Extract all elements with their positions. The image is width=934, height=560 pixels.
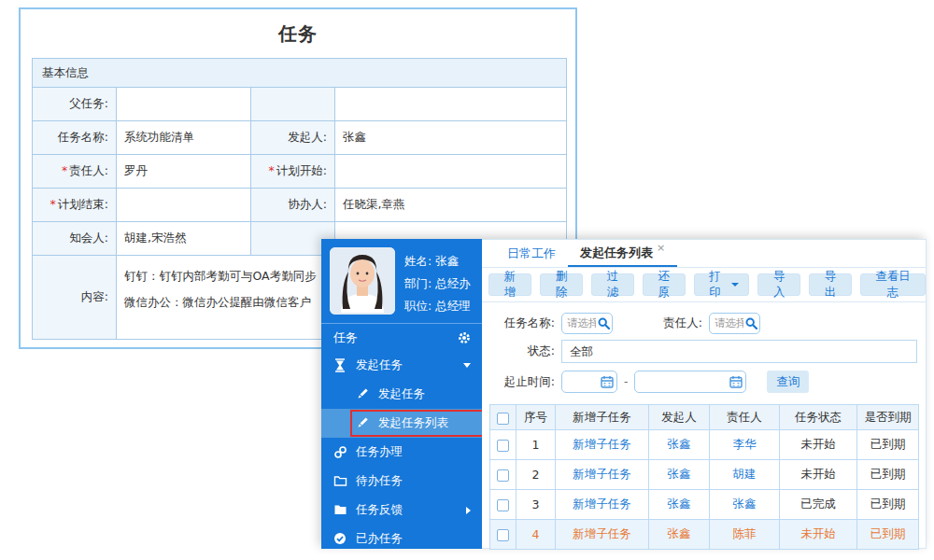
form-row-parent-task: 父任务: <box>33 88 567 121</box>
task-name-value[interactable]: 系统功能清单 <box>117 121 251 155</box>
calendar-icon[interactable] <box>601 375 614 388</box>
search-icon[interactable] <box>598 317 610 329</box>
filter-row-name-owner: 任务名称: 责任人: <box>482 309 926 337</box>
sidebar-item-label: 发起任务列表 <box>378 415 448 431</box>
parent-task-label: 父任务: <box>33 88 117 121</box>
co-organizer-value[interactable]: 任晓渠,章燕 <box>335 189 567 222</box>
filter-button[interactable]: 过滤 <box>591 273 634 296</box>
status-select[interactable]: 全部 <box>561 340 917 363</box>
sidebar-item-label: 发起任务 <box>378 386 425 402</box>
column-header-due: 是否到期 <box>857 405 919 430</box>
form-title: 任务 <box>21 21 575 47</box>
sidebar-item-initiate-task[interactable]: 发起任务 <box>321 380 482 409</box>
close-icon[interactable]: × <box>657 242 665 254</box>
import-button[interactable]: 导入 <box>757 273 800 296</box>
owner-link[interactable]: 张鑫 <box>710 490 780 520</box>
initiator-link[interactable]: 张鑫 <box>649 460 710 490</box>
column-header-owner: 责任人 <box>710 405 780 430</box>
end-date-field <box>634 371 746 393</box>
parent-task-value[interactable] <box>117 88 251 121</box>
cell-status: 未开始 <box>780 520 857 550</box>
sidebar-item-completed-tasks[interactable]: 已办任务 <box>321 525 482 553</box>
tab-label: 发起任务列表 <box>580 245 653 261</box>
header-checkbox-cell <box>490 405 517 430</box>
filter-row-status: 状态: 全部 <box>482 337 926 365</box>
avatar-illustration <box>330 247 395 315</box>
row-checkbox[interactable] <box>497 440 509 452</box>
restore-button[interactable]: 还原 <box>643 273 686 296</box>
profile-department: 部门: 总经办 <box>404 273 471 295</box>
sidebar-item-label: 任务办理 <box>356 444 403 460</box>
add-button[interactable]: 新增 <box>488 273 531 296</box>
user-avatar <box>330 247 395 315</box>
cell-due: 已到期 <box>857 460 919 490</box>
view-log-button[interactable]: 查看日志 <box>860 273 926 296</box>
task-name-filter-label: 任务名称: <box>482 315 555 331</box>
plan-end-value[interactable] <box>117 189 251 222</box>
sidebar-item-initiate-task-list[interactable]: 发起任务列表 <box>321 409 482 438</box>
chain-icon <box>333 445 347 459</box>
start-date-field <box>561 371 617 393</box>
row-checkbox[interactable] <box>497 499 509 511</box>
column-header-no: 序号 <box>517 405 556 430</box>
task-table: 序号 新增子任务 发起人 责任人 任务状态 是否到期 1 新增子任务 张鑫 李华… <box>489 404 919 550</box>
add-child-task-link[interactable]: 新增子任务 <box>556 490 649 520</box>
sidebar-item-initiate-task-group[interactable]: 发起任务 <box>321 351 482 380</box>
owner-link[interactable]: 胡建 <box>710 460 780 490</box>
sidebar-item-label: 发起任务 <box>356 357 403 373</box>
form-row-plan-end: *计划结束: 协办人: 任晓渠,章燕 <box>33 189 567 222</box>
gear-icon[interactable] <box>458 331 471 344</box>
toolbar: 新增 删除 过滤 还原 打印 导入 导出 查看日志 <box>482 268 926 302</box>
sidebar-item-task-handling[interactable]: 任务办理 <box>321 438 482 467</box>
export-button[interactable]: 导出 <box>809 273 852 296</box>
select-all-checkbox[interactable] <box>497 413 509 425</box>
sidebar-item-label: 待办任务 <box>356 473 403 489</box>
required-marker: * <box>50 197 56 211</box>
cell-due: 已到期 <box>857 430 919 460</box>
chevron-down-icon <box>463 363 471 368</box>
owner-value[interactable]: 罗丹 <box>117 155 251 189</box>
informed-value[interactable]: 胡建,宋浩然 <box>117 222 251 256</box>
profile-position: 职位: 总经理 <box>404 295 471 317</box>
cell-no: 2 <box>517 460 556 490</box>
screen: 任务 基本信息 父任务: 任务名称: 系统功能清单 发起人: 张鑫 *责任人: … <box>0 0 934 560</box>
calendar-icon[interactable] <box>729 375 743 388</box>
empty-label <box>251 88 335 121</box>
initiator-link[interactable]: 张鑫 <box>649 520 710 550</box>
owner-link[interactable]: 陈菲 <box>710 520 780 550</box>
initiator-link[interactable]: 张鑫 <box>649 430 710 460</box>
row-checkbox[interactable] <box>497 529 509 541</box>
column-header-add-child: 新增子任务 <box>556 405 649 430</box>
search-button[interactable]: 查询 <box>767 371 809 393</box>
empty-value <box>335 88 567 121</box>
filter-row-date-range: 起止时间: - <box>482 368 926 396</box>
print-button[interactable]: 打印 <box>694 273 749 296</box>
sidebar-item-task-feedback[interactable]: 任务反馈 <box>321 496 482 525</box>
task-name-label: 任务名称: <box>33 121 117 155</box>
row-checkbox[interactable] <box>497 469 509 482</box>
owner-link[interactable]: 李华 <box>710 430 780 460</box>
cell-no: 3 <box>517 490 556 520</box>
add-child-task-link[interactable]: 新增子任务 <box>556 520 649 550</box>
plan-start-value[interactable] <box>335 155 567 189</box>
folder-open-icon <box>333 474 347 488</box>
sidebar-item-pending-tasks[interactable]: 待办任务 <box>321 467 482 496</box>
initiator-link[interactable]: 张鑫 <box>649 490 710 520</box>
owner-label: *责任人: <box>33 155 117 189</box>
tab-initiate-task-list[interactable]: 发起任务列表 × <box>568 240 677 267</box>
tab-daily-work[interactable]: 日常工作 <box>495 240 568 267</box>
date-range-separator: - <box>624 375 628 388</box>
add-child-task-link[interactable]: 新增子任务 <box>556 430 649 460</box>
delete-button[interactable]: 删除 <box>540 273 583 296</box>
plan-end-label: *计划结束: <box>33 189 117 222</box>
sidebar-section-header: 任务 <box>321 323 482 351</box>
task-name-filter <box>561 313 613 334</box>
table-row-2: 2 新增子任务 张鑫 胡建 未开始 已到期 <box>490 460 919 490</box>
column-header-initiator: 发起人 <box>649 405 710 430</box>
search-icon[interactable] <box>745 317 757 329</box>
task-list-window: 姓名: 张鑫 部门: 总经办 职位: 总经理 任务 发起任务 <box>321 239 927 549</box>
main-panel: 日常工作 发起任务列表 × 新增 删除 过滤 还原 打印 导入 导出 查看日志 <box>482 239 927 549</box>
form-section-header: 基本信息 <box>33 59 567 88</box>
filter-area: 任务名称: 责任人: <box>482 302 926 396</box>
add-child-task-link[interactable]: 新增子任务 <box>556 460 649 490</box>
